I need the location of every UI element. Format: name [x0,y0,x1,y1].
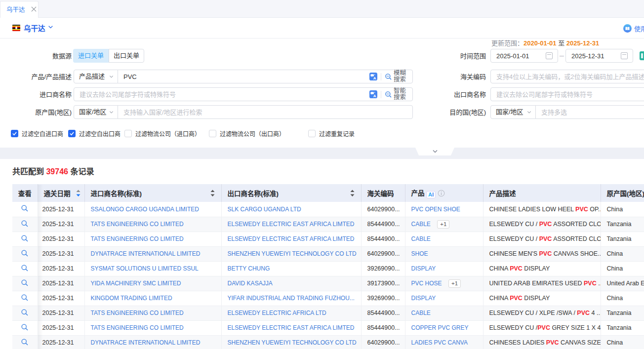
svg-text:A: A [373,94,376,98]
svg-text:A: A [373,76,376,80]
